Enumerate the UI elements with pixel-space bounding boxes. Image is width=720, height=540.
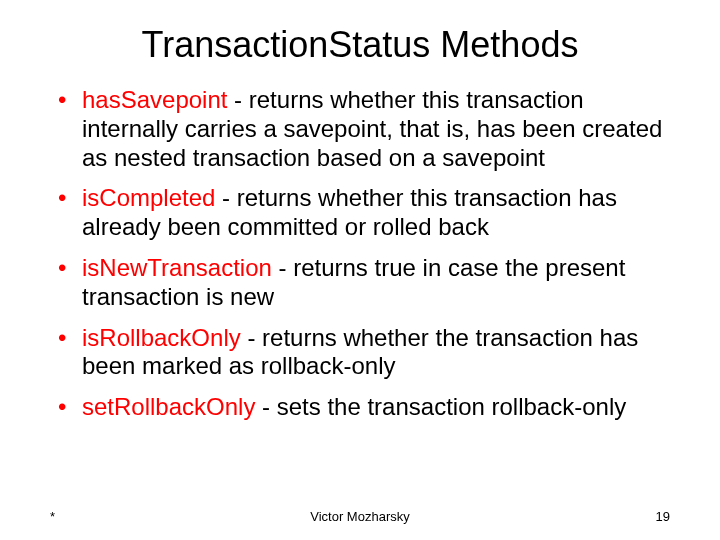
list-item: isRollbackOnly - returns whether the tra… [58, 324, 680, 382]
footer-page-number: 19 [656, 509, 670, 524]
bullet-list: hasSavepoint - returns whether this tran… [58, 86, 680, 422]
list-item: isNewTransaction - returns true in case … [58, 254, 680, 312]
list-item: setRollbackOnly - sets the transaction r… [58, 393, 680, 422]
slide-title: TransactionStatus Methods [0, 0, 720, 76]
method-name: isCompleted [82, 184, 215, 211]
method-description: - sets the transaction rollback-only [255, 393, 626, 420]
list-item: isCompleted - returns whether this trans… [58, 184, 680, 242]
method-name: hasSavepoint [82, 86, 227, 113]
method-name: isRollbackOnly [82, 324, 241, 351]
method-name: isNewTransaction [82, 254, 272, 281]
slide-footer: * Victor Mozharsky 19 [0, 509, 720, 524]
method-name: setRollbackOnly [82, 393, 255, 420]
footer-left: * [50, 509, 55, 524]
slide-body: hasSavepoint - returns whether this tran… [0, 76, 720, 422]
slide: TransactionStatus Methods hasSavepoint -… [0, 0, 720, 540]
list-item: hasSavepoint - returns whether this tran… [58, 86, 680, 172]
footer-center: Victor Mozharsky [0, 509, 720, 524]
